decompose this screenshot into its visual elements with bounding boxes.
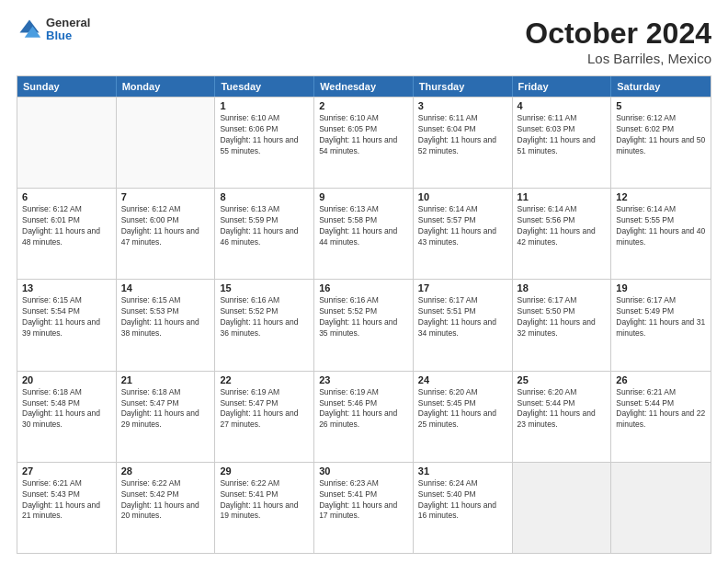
day-info: Sunrise: 6:14 AM Sunset: 5:57 PM Dayligh…: [418, 204, 507, 248]
week-row-2: 6Sunrise: 6:12 AM Sunset: 6:01 PM Daylig…: [17, 188, 711, 279]
week-row-1: 1Sunrise: 6:10 AM Sunset: 6:06 PM Daylig…: [17, 97, 711, 188]
day-cell-14: 14Sunrise: 6:15 AM Sunset: 5:53 PM Dayli…: [117, 280, 216, 370]
day-info: Sunrise: 6:17 AM Sunset: 5:51 PM Dayligh…: [418, 295, 507, 339]
header-day-friday: Friday: [513, 76, 612, 97]
day-cell-13: 13Sunrise: 6:15 AM Sunset: 5:54 PM Dayli…: [17, 280, 117, 370]
day-cell-23: 23Sunrise: 6:19 AM Sunset: 5:46 PM Dayli…: [314, 372, 414, 462]
header-day-monday: Monday: [117, 76, 216, 97]
logo-blue: Blue: [46, 29, 90, 42]
day-info: Sunrise: 6:22 AM Sunset: 5:42 PM Dayligh…: [121, 478, 210, 523]
day-info: Sunrise: 6:11 AM Sunset: 6:04 PM Dayligh…: [418, 113, 507, 157]
day-cell-8: 8Sunrise: 6:13 AM Sunset: 5:59 PM Daylig…: [215, 189, 314, 279]
day-cell-4: 4Sunrise: 6:11 AM Sunset: 6:03 PM Daylig…: [513, 98, 612, 188]
day-number: 11: [518, 191, 607, 202]
day-info: Sunrise: 6:13 AM Sunset: 5:59 PM Dayligh…: [220, 204, 309, 248]
day-info: Sunrise: 6:16 AM Sunset: 5:52 PM Dayligh…: [220, 295, 309, 339]
week-row-4: 20Sunrise: 6:18 AM Sunset: 5:48 PM Dayli…: [17, 371, 711, 462]
day-number: 8: [220, 191, 309, 202]
day-info: Sunrise: 6:17 AM Sunset: 5:50 PM Dayligh…: [518, 295, 607, 339]
logo: General Blue: [17, 17, 90, 43]
day-number: 28: [121, 465, 210, 477]
day-cell-12: 12Sunrise: 6:14 AM Sunset: 5:55 PM Dayli…: [611, 189, 711, 279]
day-cell-6: 6Sunrise: 6:12 AM Sunset: 6:01 PM Daylig…: [17, 189, 117, 279]
day-info: Sunrise: 6:24 AM Sunset: 5:40 PM Dayligh…: [418, 478, 507, 523]
day-info: Sunrise: 6:10 AM Sunset: 6:06 PM Dayligh…: [220, 113, 309, 157]
day-cell-18: 18Sunrise: 6:17 AM Sunset: 5:50 PM Dayli…: [513, 280, 612, 370]
empty-cell: [117, 98, 216, 188]
day-number: 26: [616, 374, 706, 385]
header-day-wednesday: Wednesday: [314, 76, 414, 97]
day-number: 19: [616, 282, 706, 293]
day-number: 24: [418, 374, 507, 385]
day-number: 9: [319, 191, 408, 202]
day-number: 2: [319, 100, 408, 111]
day-cell-28: 28Sunrise: 6:22 AM Sunset: 5:42 PM Dayli…: [117, 463, 216, 553]
day-info: Sunrise: 6:16 AM Sunset: 5:52 PM Dayligh…: [319, 295, 408, 339]
day-info: Sunrise: 6:10 AM Sunset: 6:05 PM Dayligh…: [319, 113, 408, 157]
day-cell-19: 19Sunrise: 6:17 AM Sunset: 5:49 PM Dayli…: [611, 280, 711, 370]
day-number: 5: [616, 100, 706, 111]
day-cell-21: 21Sunrise: 6:18 AM Sunset: 5:47 PM Dayli…: [117, 372, 216, 462]
header-day-tuesday: Tuesday: [215, 76, 314, 97]
day-info: Sunrise: 6:14 AM Sunset: 5:55 PM Dayligh…: [616, 204, 706, 248]
week-row-3: 13Sunrise: 6:15 AM Sunset: 5:54 PM Dayli…: [17, 279, 711, 370]
day-number: 15: [220, 282, 309, 293]
day-cell-9: 9Sunrise: 6:13 AM Sunset: 5:58 PM Daylig…: [314, 189, 414, 279]
day-number: 12: [616, 191, 706, 202]
logo-general: General: [46, 17, 90, 29]
day-cell-10: 10Sunrise: 6:14 AM Sunset: 5:57 PM Dayli…: [414, 189, 513, 279]
empty-cell: [17, 98, 117, 188]
header-day-saturday: Saturday: [611, 76, 711, 97]
calendar-title: October 2024: [525, 17, 711, 51]
day-cell-2: 2Sunrise: 6:10 AM Sunset: 6:05 PM Daylig…: [314, 98, 414, 188]
logo-text: General Blue: [46, 17, 90, 43]
title-block: October 2024 Los Barriles, Mexico: [525, 17, 711, 66]
page: General Blue October 2024 Los Barriles, …: [0, 0, 728, 563]
day-info: Sunrise: 6:13 AM Sunset: 5:58 PM Dayligh…: [319, 204, 408, 248]
calendar-body: 1Sunrise: 6:10 AM Sunset: 6:06 PM Daylig…: [17, 97, 711, 553]
day-info: Sunrise: 6:20 AM Sunset: 5:44 PM Dayligh…: [518, 387, 607, 431]
day-info: Sunrise: 6:14 AM Sunset: 5:56 PM Dayligh…: [518, 204, 607, 248]
day-info: Sunrise: 6:15 AM Sunset: 5:53 PM Dayligh…: [121, 295, 210, 339]
day-info: Sunrise: 6:23 AM Sunset: 5:41 PM Dayligh…: [319, 478, 408, 523]
day-number: 25: [518, 374, 607, 385]
day-info: Sunrise: 6:12 AM Sunset: 6:02 PM Dayligh…: [616, 113, 706, 157]
day-info: Sunrise: 6:21 AM Sunset: 5:43 PM Dayligh…: [22, 478, 111, 523]
day-number: 17: [418, 282, 507, 293]
day-cell-30: 30Sunrise: 6:23 AM Sunset: 5:41 PM Dayli…: [314, 463, 414, 553]
day-number: 16: [319, 282, 408, 293]
empty-cell: [513, 463, 612, 553]
day-cell-24: 24Sunrise: 6:20 AM Sunset: 5:45 PM Dayli…: [414, 372, 513, 462]
day-info: Sunrise: 6:19 AM Sunset: 5:46 PM Dayligh…: [319, 387, 408, 431]
day-number: 14: [121, 282, 210, 293]
week-row-5: 27Sunrise: 6:21 AM Sunset: 5:43 PM Dayli…: [17, 462, 711, 553]
day-info: Sunrise: 6:12 AM Sunset: 6:01 PM Dayligh…: [22, 204, 111, 248]
day-cell-22: 22Sunrise: 6:19 AM Sunset: 5:47 PM Dayli…: [215, 372, 314, 462]
day-number: 29: [220, 465, 309, 477]
day-number: 4: [518, 100, 607, 111]
day-cell-3: 3Sunrise: 6:11 AM Sunset: 6:04 PM Daylig…: [414, 98, 513, 188]
header-day-thursday: Thursday: [414, 76, 513, 97]
empty-cell: [611, 463, 711, 553]
calendar-subtitle: Los Barriles, Mexico: [525, 51, 711, 66]
day-cell-1: 1Sunrise: 6:10 AM Sunset: 6:06 PM Daylig…: [215, 98, 314, 188]
header: General Blue October 2024 Los Barriles, …: [17, 17, 711, 66]
day-cell-27: 27Sunrise: 6:21 AM Sunset: 5:43 PM Dayli…: [17, 463, 117, 553]
day-number: 6: [22, 191, 111, 202]
day-info: Sunrise: 6:18 AM Sunset: 5:47 PM Dayligh…: [121, 387, 210, 431]
day-cell-11: 11Sunrise: 6:14 AM Sunset: 5:56 PM Dayli…: [513, 189, 612, 279]
header-day-sunday: Sunday: [17, 76, 117, 97]
day-info: Sunrise: 6:11 AM Sunset: 6:03 PM Dayligh…: [518, 113, 607, 157]
day-cell-29: 29Sunrise: 6:22 AM Sunset: 5:41 PM Dayli…: [215, 463, 314, 553]
day-cell-26: 26Sunrise: 6:21 AM Sunset: 5:44 PM Dayli…: [611, 372, 711, 462]
day-info: Sunrise: 6:19 AM Sunset: 5:47 PM Dayligh…: [220, 387, 309, 431]
day-number: 20: [22, 374, 111, 385]
day-number: 27: [22, 465, 111, 477]
day-cell-16: 16Sunrise: 6:16 AM Sunset: 5:52 PM Dayli…: [314, 280, 414, 370]
day-number: 22: [220, 374, 309, 385]
day-info: Sunrise: 6:22 AM Sunset: 5:41 PM Dayligh…: [220, 478, 309, 523]
day-number: 21: [121, 374, 210, 385]
day-number: 31: [418, 465, 507, 477]
day-info: Sunrise: 6:12 AM Sunset: 6:00 PM Dayligh…: [121, 204, 210, 248]
day-number: 1: [220, 100, 309, 111]
